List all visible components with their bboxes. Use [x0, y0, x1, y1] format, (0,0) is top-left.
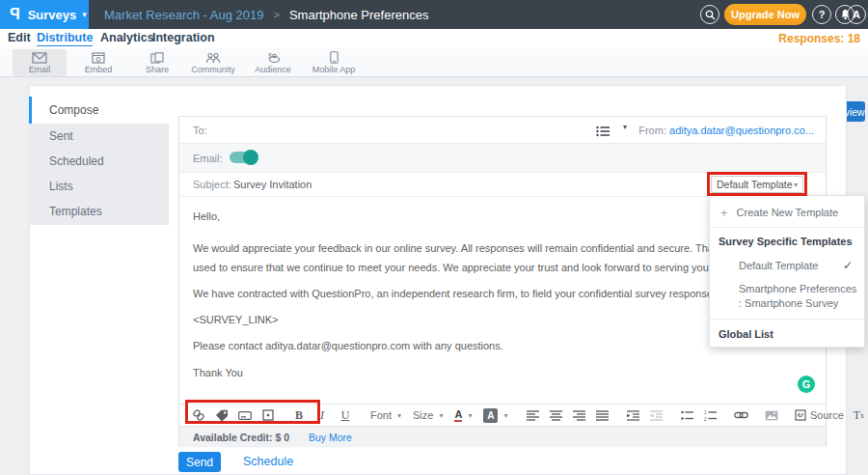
italic-button[interactable]: I	[311, 405, 334, 425]
plus-icon: +	[720, 206, 728, 220]
app-menu-label: Surveys	[28, 8, 77, 22]
tab-mobile-app[interactable]: Mobile App	[307, 49, 361, 76]
nav-integration[interactable]: Integration	[152, 31, 215, 44]
mobile-icon	[330, 51, 339, 64]
sidebar-item-lists[interactable]: Lists	[29, 174, 169, 199]
surveys-app-menu[interactable]: P Surveys ▾	[0, 0, 89, 29]
menu-item-label: Default Template	[739, 260, 818, 271]
indent-icon	[627, 410, 639, 421]
sidebar-item-compose[interactable]: Compose	[29, 97, 169, 124]
menu-item-create-new-template[interactable]: + Create New Template	[710, 200, 864, 225]
email-toggle[interactable]	[230, 152, 257, 163]
from-field: From: aditya.datar@questionpro.co...	[638, 125, 814, 136]
account-button[interactable]: A	[847, 5, 866, 24]
email-toggle-label: Email:	[193, 153, 223, 164]
size-dropdown[interactable]: Size▾	[407, 409, 448, 421]
link-icon	[734, 411, 748, 419]
align-right-icon	[573, 410, 585, 421]
body-line: Thank You	[179, 363, 826, 382]
sidebar-item-label: Compose	[49, 103, 98, 117]
sidebar-item-label: Lists	[49, 180, 73, 193]
credit-bar: Available Credit: $ 0 Buy More	[179, 426, 826, 447]
tab-embed[interactable]: Embed	[71, 49, 125, 76]
source-icon	[795, 409, 806, 421]
tab-community[interactable]: Community	[186, 49, 240, 76]
chevron-down-icon: ▾	[397, 411, 401, 420]
bulleted-list-button[interactable]	[675, 405, 698, 425]
menu-divider	[710, 227, 864, 228]
editor-toolbar: B I U Font▾ Size▾ A▾ A▾ 12 Source Tx	[179, 404, 826, 426]
menu-section-survey-specific: Survey Specific Templates	[710, 230, 864, 253]
send-button[interactable]: Send	[178, 452, 221, 472]
remove-format-button[interactable]: Tx	[847, 405, 868, 425]
chevron-down-icon: ▾	[468, 411, 472, 420]
underline-button[interactable]: U	[334, 405, 357, 425]
align-justify-button[interactable]	[590, 405, 613, 425]
audience-icon: $	[265, 52, 281, 64]
email-icon	[32, 52, 47, 64]
font-dropdown[interactable]: Font▾	[365, 409, 407, 421]
insert-link-button[interactable]	[729, 405, 752, 425]
numbered-list-icon: 12	[704, 410, 717, 421]
breadcrumb-survey[interactable]: Market Research - Aug 2019	[104, 8, 263, 22]
responses-count[interactable]: Responses: 18	[778, 32, 860, 45]
nav-distribute[interactable]: Distribute	[37, 31, 93, 46]
unsubscribe-link-button[interactable]	[233, 405, 257, 425]
align-justify-icon	[596, 410, 609, 421]
list-caret-icon[interactable]: ▾	[623, 123, 627, 131]
align-left-button[interactable]	[521, 405, 544, 425]
insert-survey-link-button[interactable]	[187, 405, 210, 425]
indent-button[interactable]	[621, 405, 644, 425]
sidebar-item-scheduled[interactable]: Scheduled	[29, 149, 169, 174]
help-button[interactable]: ?	[812, 5, 831, 24]
bg-color-button[interactable]: A▾	[477, 408, 513, 423]
select-list-button[interactable]	[596, 124, 610, 141]
tab-email[interactable]: Email	[13, 49, 67, 76]
menu-section-global-list[interactable]: Global List	[710, 321, 864, 347]
outdent-button[interactable]	[644, 405, 667, 425]
bold-button[interactable]: B	[287, 405, 311, 425]
schedule-link[interactable]: Schedule	[243, 455, 293, 468]
email-toggle-row: Email:	[179, 144, 826, 173]
menu-item-label: Smartphone Preferences	[739, 282, 864, 296]
text-color-button[interactable]: A▾	[448, 408, 477, 422]
menu-item-default-template[interactable]: Default Template ✓	[710, 253, 864, 278]
svg-text:1: 1	[704, 410, 707, 415]
tab-audience[interactable]: $ Audience	[246, 49, 300, 76]
list-icon	[596, 126, 610, 137]
source-button[interactable]: Source	[791, 405, 847, 425]
sidebar-item-sent[interactable]: Sent	[29, 124, 169, 149]
merge-tag-button[interactable]	[210, 405, 233, 425]
chevron-down-icon: ▾	[794, 181, 798, 189]
grammarly-badge[interactable]: G	[798, 376, 815, 393]
remove-format-t: T	[854, 408, 860, 423]
subject-value[interactable]: Survey Invitation	[233, 179, 312, 190]
template-select[interactable]: Default Template ▾	[711, 176, 803, 193]
nav-edit[interactable]: Edit	[8, 31, 31, 44]
chevron-down-icon: ▾	[503, 411, 507, 420]
tab-share[interactable]: Share	[130, 49, 184, 76]
from-address[interactable]: aditya.datar@questionpro.co...	[669, 125, 814, 136]
source-label: Source	[810, 409, 844, 421]
align-right-button[interactable]	[567, 405, 590, 425]
search-button[interactable]	[700, 5, 719, 24]
bulleted-list-icon	[681, 410, 693, 421]
buy-more-link[interactable]: Buy More	[309, 432, 352, 443]
grammarly-g: G	[802, 378, 811, 390]
link-chain-icon	[192, 408, 205, 422]
help-icon: ?	[819, 9, 826, 20]
align-left-icon	[527, 410, 539, 421]
nav-analytics[interactable]: Analytics	[100, 31, 154, 44]
envelope-icon	[238, 411, 252, 420]
to-label: To:	[193, 125, 207, 136]
remove-format-x: x	[860, 411, 864, 420]
align-center-button[interactable]	[544, 405, 567, 425]
upgrade-now-button[interactable]: Upgrade Now	[724, 4, 806, 25]
embed-question-button[interactable]	[257, 405, 280, 425]
insert-image-button[interactable]	[760, 405, 783, 425]
sidebar-item-templates[interactable]: Templates	[29, 199, 169, 224]
breadcrumb-page: Smartphone Preferences	[289, 8, 429, 22]
questionpro-logo: P	[10, 6, 20, 23]
numbered-list-button[interactable]: 12	[698, 405, 721, 425]
menu-item-smartphone-preferences[interactable]: Smartphone Preferences : Smartphone Surv…	[710, 278, 864, 317]
